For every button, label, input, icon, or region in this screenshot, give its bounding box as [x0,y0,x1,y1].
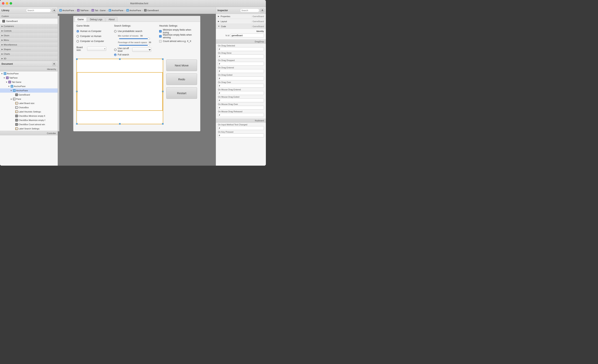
library-search-input[interactable] [26,8,51,12]
expand-tab-game[interactable]: ▼ [5,81,8,83]
mouse-drag-exited-input[interactable] [218,99,264,102]
inspector-settings-button[interactable]: ⚙ [260,8,264,12]
breadcrumb-item-anchor3[interactable]: ⊞ AnchorPane [126,9,141,12]
breadcrumb-item-tabpane[interactable]: ⊟ TabPane [77,9,88,12]
tree-item-checkbox-minimize[interactable]: ☑ CheckBox Minimize empty fi [0,114,58,118]
radio-label-full-search: Full search [118,53,129,56]
fxid-input[interactable] [231,33,264,37]
percentage-slider-track[interactable] [119,45,150,46]
minimize-button[interactable] [6,2,8,5]
3d-section[interactable]: ▶ 3D [0,56,58,61]
checkbox-box-minimize[interactable] [159,30,162,33]
drag-entered-input[interactable] [218,69,264,73]
key-pressed-input[interactable] [218,133,264,137]
breadcrumb-item-anchor2[interactable]: ⊞ AnchorPane [109,9,124,12]
breadcrumb-item-gameboard[interactable]: ? GameBoard [144,9,158,12]
tree-item-gameboard[interactable]: ? GameBoard [0,93,58,97]
handle-mr[interactable] [162,91,164,92]
handle-br[interactable] [162,123,164,124]
expand-tabpane[interactable]: ▼ [3,77,5,79]
radio-input-cutoff[interactable] [114,49,116,51]
maximize-button[interactable] [10,2,12,5]
tree-item-anchorpane-root[interactable]: ▼ ⊞ AnchorPane [0,71,58,76]
tree-item-label-boardsize[interactable]: ⬜ Label Board size: [0,101,58,105]
radio-human-vs-computer[interactable]: Human vs Computer [76,29,106,33]
radio-probabilistic[interactable]: Use probabilistic search [114,29,151,33]
drag-detected-input[interactable] [218,47,264,51]
charts-section[interactable]: ▶ Charts [0,52,58,56]
redo-button[interactable]: Redo [166,73,197,85]
min-moves-slider-thumb[interactable] [148,38,150,40]
mouse-drag-over-input[interactable] [218,106,264,110]
checkbox-maximize[interactable]: Maximize empty fields when winning [159,34,197,38]
tree-item-anchorpane-2[interactable]: ▼ ⊞ AnchorPane [0,88,58,93]
handle-tc[interactable] [119,58,121,60]
miscellaneous-section[interactable]: ▶ Miscellaneous [0,42,58,47]
radio-computer-vs-human[interactable]: Computer vs Human [76,34,106,38]
handle-tr[interactable] [162,58,164,60]
inspector-tab-code[interactable]: ▼ Code : GameBoard [216,24,266,29]
library-item-gameboard[interactable]: ? GameBoard [0,18,58,24]
library-add-button[interactable]: ⊕ [52,8,56,12]
radio-input-full-search[interactable] [114,54,116,56]
tree-item-checkbox-count[interactable]: ☑ CheckBox Count almost win [0,122,58,126]
inspector-tab-layout[interactable]: ▶ Layout : GameBoard [216,19,266,24]
close-button[interactable] [2,2,4,5]
shapes-section[interactable]: ▶ Shapes [0,47,58,52]
next-move-button[interactable]: Next Move [166,59,197,71]
tree-item-label-heuristic[interactable]: ⬜ Label Heuristic Settings: [0,110,58,114]
radio-input-probabilistic[interactable] [114,30,116,33]
expand-pane[interactable]: ⊕ [10,98,12,100]
expand-anchorpane-1[interactable]: ▼ [8,85,10,87]
tree-item-tabpane[interactable]: ▼ ⊟ TabPane [0,76,58,80]
radio-cutoff[interactable]: Use cut-off level [114,48,151,52]
expand-gameboard[interactable] [12,94,15,96]
inspector-tab-properties[interactable]: ▶ Properties : GameBoard [216,14,266,19]
board-size-select[interactable] [87,47,106,51]
controls-section[interactable]: ▶ Controls [0,28,58,33]
tree-item-tab-game[interactable]: ▼ ⊟ Tab Game [0,80,58,84]
radio-input-computer-vs-computer[interactable] [76,40,79,42]
checkbox-box-maximize[interactable] [159,35,162,38]
percentage-slider-thumb[interactable] [148,44,150,46]
checkbox-box-count[interactable] [159,40,162,42]
tree-item-choicebox[interactable]: ⬜ ChoiceBox [0,105,58,110]
expand-anchorpane-root[interactable]: ▼ [1,72,3,75]
label-boardsize-label: Label Board size: [18,102,35,104]
mouse-drag-entered-input[interactable] [218,91,264,95]
min-moves-slider-track[interactable] [119,38,150,39]
input-method-input[interactable] [218,126,264,130]
cutoff-select[interactable] [132,48,151,52]
radio-input-human-vs-computer[interactable] [76,30,79,33]
tab-game[interactable]: Game [75,17,87,22]
handle-tl[interactable] [76,58,78,60]
radio-full-search[interactable]: Full search [114,53,151,57]
handle-bc[interactable] [119,123,121,124]
breadcrumb-item-tab-game[interactable]: ⊟ Tab : Game [91,9,106,12]
tree-item-checkbox-maximize[interactable]: ☑ CheckBox Maximize empty f [0,118,58,122]
tab-about[interactable]: About [106,17,117,22]
document-settings-button[interactable]: ⚙ [52,62,56,66]
tree-item-anchorpane-1[interactable]: ▼ ⊞ AnchorPane [0,84,58,88]
expand-anchorpane-2[interactable]: ▼ [10,89,12,92]
menu-section[interactable]: ▶ Menu [0,38,58,42]
inspector-search-input[interactable] [240,8,259,12]
tab-debug-logs[interactable]: Debug Logs [87,17,105,22]
handle-bl[interactable] [76,123,78,124]
containers-section[interactable]: ▶ Containers [0,24,58,28]
drag-exited-input[interactable] [218,76,264,80]
handle-ml[interactable] [76,91,78,92]
breadcrumb-item-anchorpane[interactable]: ⊞ AnchorPane [59,9,74,12]
drag-over-input[interactable] [218,84,264,88]
radio-input-computer-vs-human[interactable] [76,35,79,38]
checkbox-count[interactable]: Count almost wins e.g. X_X [159,39,197,43]
radio-computer-vs-computer[interactable]: Computer vs Computer [76,39,106,43]
drag-dropped-input[interactable] [218,62,264,66]
gluon-section[interactable]: ▶ Gluon [0,33,58,38]
tree-item-pane[interactable]: ⊕ ⬜ Pane [0,97,58,101]
drag-done-input[interactable] [218,55,264,58]
mouse-drag-released-input[interactable] [218,113,264,117]
restart-button[interactable]: Restart [166,87,197,99]
checkbox-minimize[interactable]: Minimize empty fields when losing [159,29,197,33]
tree-item-label-search[interactable]: ⬜ Label Search Settings: [0,126,58,131]
